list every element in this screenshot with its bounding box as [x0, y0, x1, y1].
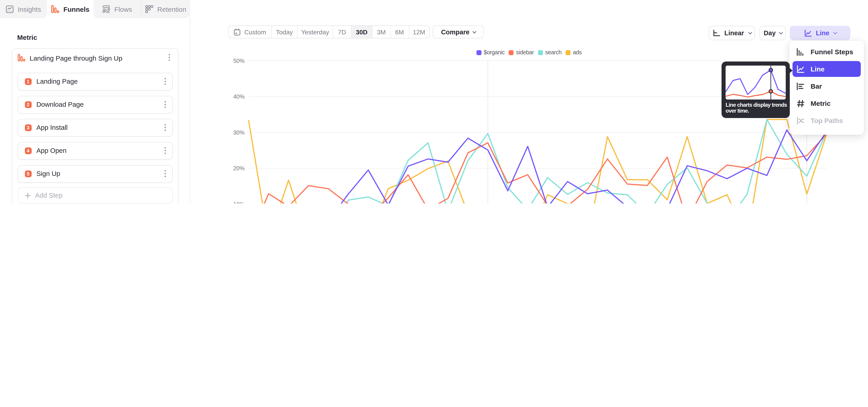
svg-text:10%: 10% [233, 201, 245, 204]
svg-text:40%: 40% [233, 93, 245, 100]
svg-text:20%: 20% [233, 165, 245, 171]
svg-text:30%: 30% [233, 129, 245, 136]
svg-text:50%: 50% [233, 58, 245, 64]
